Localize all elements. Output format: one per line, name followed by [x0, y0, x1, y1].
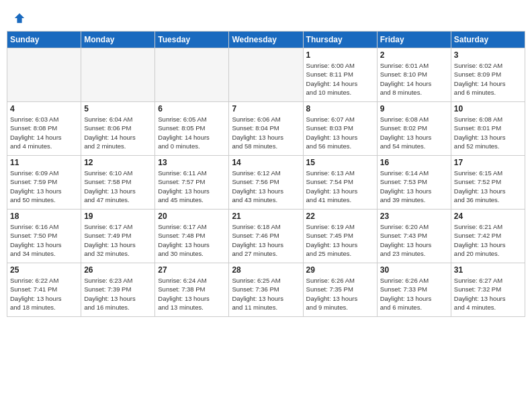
- day-number: 10: [454, 104, 522, 113]
- column-header-saturday: Saturday: [451, 32, 525, 48]
- day-number: 4: [10, 104, 78, 113]
- day-info: Sunrise: 6:11 AM Sunset: 7:57 PM Dayligh…: [158, 169, 226, 204]
- day-cell: 15Sunrise: 6:13 AM Sunset: 7:54 PM Dayli…: [303, 156, 377, 210]
- day-info: Sunrise: 6:08 AM Sunset: 8:01 PM Dayligh…: [454, 115, 522, 150]
- day-number: 26: [84, 265, 152, 275]
- day-cell: 26Sunrise: 6:23 AM Sunset: 7:39 PM Dayli…: [81, 263, 155, 317]
- day-cell: 20Sunrise: 6:17 AM Sunset: 7:48 PM Dayli…: [155, 210, 229, 263]
- week-row-5: 25Sunrise: 6:22 AM Sunset: 7:41 PM Dayli…: [7, 263, 525, 317]
- day-cell: 2Sunrise: 6:01 AM Sunset: 8:10 PM Daylig…: [377, 48, 451, 102]
- day-cell: [81, 48, 155, 102]
- column-header-sunday: Sunday: [7, 32, 81, 48]
- day-info: Sunrise: 6:27 AM Sunset: 7:32 PM Dayligh…: [454, 276, 522, 312]
- day-info: Sunrise: 6:03 AM Sunset: 8:08 PM Dayligh…: [10, 115, 78, 150]
- day-cell: 10Sunrise: 6:08 AM Sunset: 8:01 PM Dayli…: [451, 102, 525, 156]
- logo: [13, 12, 27, 24]
- day-info: Sunrise: 6:24 AM Sunset: 7:38 PM Dayligh…: [158, 276, 226, 312]
- day-info: Sunrise: 6:23 AM Sunset: 7:39 PM Dayligh…: [84, 276, 152, 312]
- day-info: Sunrise: 6:07 AM Sunset: 8:03 PM Dayligh…: [306, 115, 374, 150]
- day-info: Sunrise: 6:20 AM Sunset: 7:43 PM Dayligh…: [380, 222, 448, 258]
- day-number: 27: [158, 265, 226, 275]
- day-cell: 23Sunrise: 6:20 AM Sunset: 7:43 PM Dayli…: [377, 210, 451, 263]
- day-info: Sunrise: 6:04 AM Sunset: 8:06 PM Dayligh…: [84, 115, 152, 150]
- day-cell: 25Sunrise: 6:22 AM Sunset: 7:41 PM Dayli…: [7, 263, 81, 317]
- day-cell: 16Sunrise: 6:14 AM Sunset: 7:53 PM Dayli…: [377, 156, 451, 210]
- day-number: 12: [84, 158, 152, 167]
- day-number: 23: [380, 212, 448, 221]
- day-number: 15: [306, 158, 374, 167]
- day-cell: 29Sunrise: 6:26 AM Sunset: 7:35 PM Dayli…: [303, 263, 377, 317]
- day-number: 19: [84, 212, 152, 221]
- day-cell: 13Sunrise: 6:11 AM Sunset: 7:57 PM Dayli…: [155, 156, 229, 210]
- logo-icon: [13, 12, 26, 24]
- day-info: Sunrise: 6:19 AM Sunset: 7:45 PM Dayligh…: [306, 222, 374, 258]
- day-cell: 22Sunrise: 6:19 AM Sunset: 7:45 PM Dayli…: [303, 210, 377, 263]
- day-number: 1: [306, 50, 374, 60]
- day-cell: [155, 48, 229, 102]
- day-info: Sunrise: 6:12 AM Sunset: 7:56 PM Dayligh…: [232, 169, 300, 204]
- day-cell: 14Sunrise: 6:12 AM Sunset: 7:56 PM Dayli…: [229, 156, 303, 210]
- day-number: 11: [10, 158, 78, 167]
- day-cell: 5Sunrise: 6:04 AM Sunset: 8:06 PM Daylig…: [81, 102, 155, 156]
- day-cell: 11Sunrise: 6:09 AM Sunset: 7:59 PM Dayli…: [7, 156, 81, 210]
- day-number: 2: [380, 50, 448, 60]
- day-number: 9: [380, 104, 448, 113]
- day-cell: 21Sunrise: 6:18 AM Sunset: 7:46 PM Dayli…: [229, 210, 303, 263]
- day-cell: 27Sunrise: 6:24 AM Sunset: 7:38 PM Dayli…: [155, 263, 229, 317]
- day-info: Sunrise: 6:21 AM Sunset: 7:42 PM Dayligh…: [454, 222, 522, 258]
- day-cell: 19Sunrise: 6:17 AM Sunset: 7:49 PM Dayli…: [81, 210, 155, 263]
- day-number: 21: [232, 212, 300, 221]
- week-row-3: 11Sunrise: 6:09 AM Sunset: 7:59 PM Dayli…: [7, 156, 525, 210]
- day-cell: 4Sunrise: 6:03 AM Sunset: 8:08 PM Daylig…: [7, 102, 81, 156]
- day-number: 5: [84, 104, 152, 113]
- day-cell: 9Sunrise: 6:08 AM Sunset: 8:02 PM Daylig…: [377, 102, 451, 156]
- day-info: Sunrise: 6:25 AM Sunset: 7:36 PM Dayligh…: [232, 276, 300, 312]
- day-info: Sunrise: 6:08 AM Sunset: 8:02 PM Dayligh…: [380, 115, 448, 150]
- day-cell: 12Sunrise: 6:10 AM Sunset: 7:58 PM Dayli…: [81, 156, 155, 210]
- day-number: 18: [10, 212, 78, 221]
- day-info: Sunrise: 6:09 AM Sunset: 7:59 PM Dayligh…: [10, 169, 78, 204]
- day-info: Sunrise: 6:17 AM Sunset: 7:49 PM Dayligh…: [84, 222, 152, 258]
- day-number: 31: [454, 265, 522, 275]
- day-info: Sunrise: 6:14 AM Sunset: 7:53 PM Dayligh…: [380, 169, 448, 204]
- week-row-2: 4Sunrise: 6:03 AM Sunset: 8:08 PM Daylig…: [7, 102, 525, 156]
- day-cell: 6Sunrise: 6:05 AM Sunset: 8:05 PM Daylig…: [155, 102, 229, 156]
- day-info: Sunrise: 6:05 AM Sunset: 8:05 PM Dayligh…: [158, 115, 226, 150]
- day-number: 14: [232, 158, 300, 167]
- day-cell: 18Sunrise: 6:16 AM Sunset: 7:50 PM Dayli…: [7, 210, 81, 263]
- day-info: Sunrise: 6:00 AM Sunset: 8:11 PM Dayligh…: [306, 61, 374, 97]
- day-info: Sunrise: 6:26 AM Sunset: 7:33 PM Dayligh…: [380, 276, 448, 312]
- day-cell: 8Sunrise: 6:07 AM Sunset: 8:03 PM Daylig…: [303, 102, 377, 156]
- day-number: 13: [158, 158, 226, 167]
- day-cell: 1Sunrise: 6:00 AM Sunset: 8:11 PM Daylig…: [303, 48, 377, 102]
- day-info: Sunrise: 6:15 AM Sunset: 7:52 PM Dayligh…: [454, 169, 522, 204]
- day-number: 6: [158, 104, 226, 113]
- day-number: 25: [10, 265, 78, 275]
- day-number: 17: [454, 158, 522, 167]
- day-info: Sunrise: 6:26 AM Sunset: 7:35 PM Dayligh…: [306, 276, 374, 312]
- day-info: Sunrise: 6:13 AM Sunset: 7:54 PM Dayligh…: [306, 169, 374, 204]
- day-number: 24: [454, 212, 522, 221]
- day-cell: 3Sunrise: 6:02 AM Sunset: 8:09 PM Daylig…: [451, 48, 525, 102]
- day-info: Sunrise: 6:02 AM Sunset: 8:09 PM Dayligh…: [454, 61, 522, 97]
- day-number: 22: [306, 212, 374, 221]
- day-cell: 24Sunrise: 6:21 AM Sunset: 7:42 PM Dayli…: [451, 210, 525, 263]
- day-number: 20: [158, 212, 226, 221]
- svg-marker-0: [15, 13, 24, 23]
- day-number: 29: [306, 265, 374, 275]
- day-cell: [7, 48, 81, 102]
- day-cell: 28Sunrise: 6:25 AM Sunset: 7:36 PM Dayli…: [229, 263, 303, 317]
- day-info: Sunrise: 6:16 AM Sunset: 7:50 PM Dayligh…: [10, 222, 78, 258]
- column-header-wednesday: Wednesday: [229, 32, 303, 48]
- column-header-tuesday: Tuesday: [155, 32, 229, 48]
- day-number: 3: [454, 50, 522, 60]
- day-info: Sunrise: 6:10 AM Sunset: 7:58 PM Dayligh…: [84, 169, 152, 204]
- day-info: Sunrise: 6:01 AM Sunset: 8:10 PM Dayligh…: [380, 61, 448, 97]
- day-cell: 31Sunrise: 6:27 AM Sunset: 7:32 PM Dayli…: [451, 263, 525, 317]
- column-header-thursday: Thursday: [303, 32, 377, 48]
- day-number: 7: [232, 104, 300, 113]
- day-cell: 30Sunrise: 6:26 AM Sunset: 7:33 PM Dayli…: [377, 263, 451, 317]
- column-header-monday: Monday: [81, 32, 155, 48]
- calendar-table: SundayMondayTuesdayWednesdayThursdayFrid…: [7, 31, 525, 317]
- page-header: [7, 7, 525, 27]
